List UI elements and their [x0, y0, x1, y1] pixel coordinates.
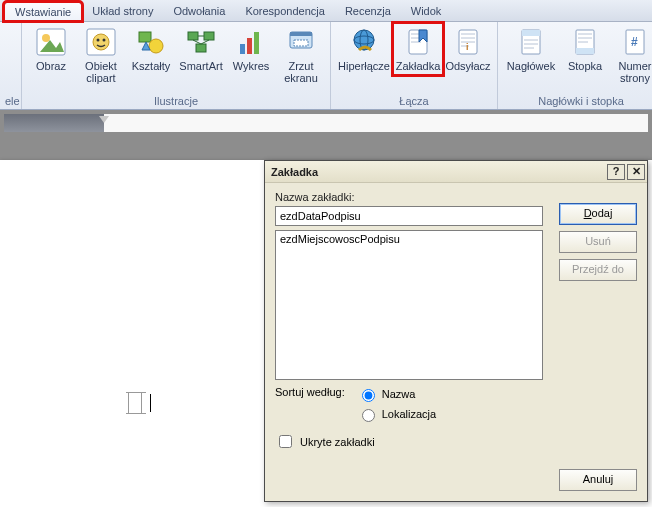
smartart-icon: [185, 26, 217, 58]
btn-obiekt-clipart[interactable]: Obiekt clipart: [77, 24, 125, 86]
picture-icon: [35, 26, 67, 58]
svg-point-4: [97, 39, 100, 42]
chart-icon: [235, 26, 267, 58]
btn-stopka[interactable]: Stopka: [561, 24, 609, 74]
bookmark-icon: [402, 26, 434, 58]
dialog-help-button[interactable]: ?: [607, 164, 625, 180]
btn-goto: Przejdź do: [559, 259, 637, 281]
svg-rect-11: [240, 44, 245, 54]
svg-rect-9: [204, 32, 214, 40]
bookmark-name-input[interactable]: [275, 206, 543, 226]
tab-uklad-strony[interactable]: Układ strony: [82, 2, 163, 20]
ruler[interactable]: [4, 114, 648, 132]
group-label-ilustracje: Ilustracje: [27, 95, 325, 108]
btn-add[interactable]: Dodaj: [559, 203, 637, 225]
btn-zakladka[interactable]: Zakładka: [394, 24, 442, 74]
ibeam-cursor-icon: [128, 392, 142, 414]
svg-text:i: i: [466, 42, 469, 52]
bookmark-listbox[interactable]: ezdMiejscowoscPodpisu: [275, 230, 543, 380]
group-label-lacza: Łącza: [336, 95, 492, 108]
svg-point-1: [42, 34, 50, 42]
dialog-title-text: Zakładka: [271, 166, 318, 178]
group-tabele-edge: ele: [0, 22, 22, 109]
bookmark-name-label: Nazwa zakładki:: [275, 191, 637, 203]
screenshot-icon: [285, 26, 317, 58]
hyperlink-icon: [348, 26, 380, 58]
caret: [150, 394, 151, 412]
tab-recenzja[interactable]: Recenzja: [335, 2, 401, 20]
tab-widok[interactable]: Widok: [401, 2, 452, 20]
svg-rect-15: [290, 32, 312, 36]
footer-icon: [569, 26, 601, 58]
dialog-zakladka: Zakładka ? ✕ Nazwa zakładki: ezdMiejscow…: [264, 160, 648, 502]
bookmark-list-item[interactable]: ezdMiejscowoscPodpisu: [280, 233, 538, 245]
btn-zrzut-ekranu[interactable]: Zrzut ekranu: [277, 24, 325, 86]
svg-point-5: [103, 39, 106, 42]
btn-smartart[interactable]: SmartArt: [177, 24, 225, 74]
btn-odsylacz[interactable]: i Odsyłacz: [444, 24, 492, 74]
ribbon: ele Obraz Obiekt clipart Kształty: [0, 22, 652, 110]
svg-point-7: [149, 39, 163, 53]
svg-rect-6: [139, 32, 151, 42]
btn-delete: Usuń: [559, 231, 637, 253]
ruler-ticks: [104, 114, 648, 132]
group-naglowki-stopka: Nagłówek Stopka # Numer strony Nagłówki …: [498, 22, 652, 109]
svg-rect-24: [522, 30, 540, 36]
btn-wykres[interactable]: Wykres: [227, 24, 275, 74]
ruler-indent-marker[interactable]: [99, 116, 109, 123]
btn-naglowek[interactable]: Nagłówek: [503, 24, 559, 74]
shapes-icon: [135, 26, 167, 58]
svg-rect-8: [188, 32, 198, 40]
ribbon-tabs: Wstawianie Układ strony Odwołania Koresp…: [0, 0, 652, 22]
radio-sort-location[interactable]: Lokalizacja: [357, 406, 436, 422]
tab-odwolania[interactable]: Odwołania: [163, 2, 235, 20]
header-icon: [515, 26, 547, 58]
sort-label: Sortuj według:: [275, 386, 345, 398]
group-label-nagstop: Nagłówki i stopka: [503, 95, 652, 108]
btn-hiperlacze[interactable]: Hiperłącze: [336, 24, 392, 74]
svg-rect-13: [254, 32, 259, 54]
page-number-icon: #: [619, 26, 651, 58]
svg-rect-12: [247, 38, 252, 54]
crossref-icon: i: [452, 26, 484, 58]
btn-obraz[interactable]: Obraz: [27, 24, 75, 74]
svg-rect-26: [576, 48, 594, 54]
dialog-titlebar[interactable]: Zakładka ? ✕: [265, 161, 647, 183]
group-ilustracje: Obraz Obiekt clipart Kształty SmartArt: [22, 22, 331, 109]
btn-numer-strony[interactable]: # Numer strony: [611, 24, 652, 86]
checkbox-hidden-label: Ukryte zakładki: [300, 436, 375, 448]
dialog-close-button[interactable]: ✕: [627, 164, 645, 180]
group-lacza: Hiperłącze Zakładka i Odsyłacz Łącza: [331, 22, 498, 109]
svg-text:#: #: [631, 35, 638, 49]
checkbox-hidden-bookmarks[interactable]: [279, 435, 292, 448]
svg-point-3: [93, 34, 109, 50]
ruler-margin-left: [4, 114, 104, 132]
radio-sort-name[interactable]: Nazwa: [357, 386, 436, 402]
btn-cancel[interactable]: Anuluj: [559, 469, 637, 491]
text-cursor-area: [128, 392, 151, 414]
clipart-icon: [85, 26, 117, 58]
radio-sort-location-input[interactable]: [362, 409, 375, 422]
radio-sort-name-input[interactable]: [362, 389, 375, 402]
svg-rect-10: [196, 44, 206, 52]
group-label-tabele: ele: [5, 95, 16, 108]
tab-korespondencja[interactable]: Korespondencja: [235, 2, 335, 20]
svg-rect-16: [294, 40, 308, 46]
tab-wstawianie[interactable]: Wstawianie: [4, 2, 82, 21]
btn-ksztalty[interactable]: Kształty: [127, 24, 175, 74]
